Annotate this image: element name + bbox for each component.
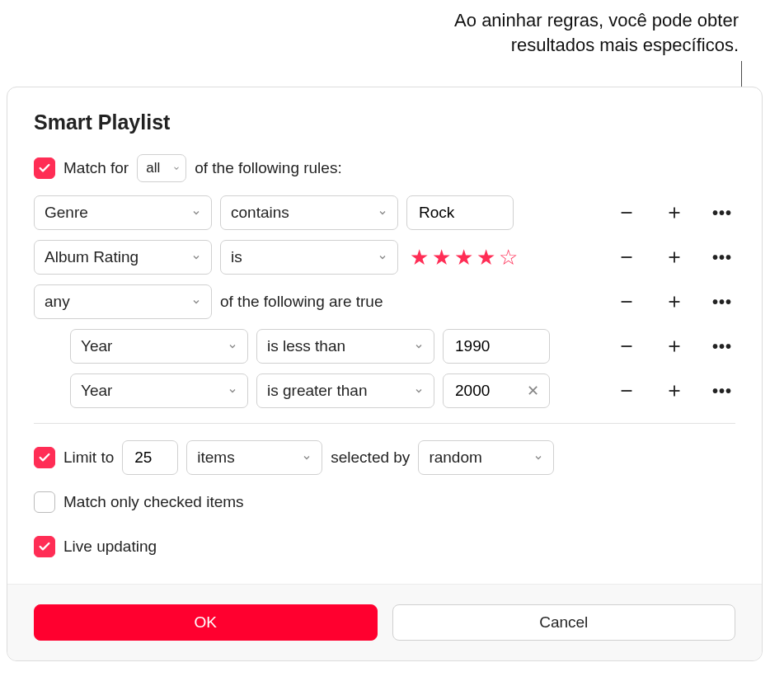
rule-field-value: Year [81,337,112,355]
rule-row: Genre contains ••• [34,195,735,230]
rule-op-select[interactable]: is greater than [256,373,434,408]
rule-more-button[interactable]: ••• [709,289,735,315]
dialog-title: Smart Playlist [34,110,735,134]
cancel-button[interactable]: Cancel [392,604,736,641]
rule-more-button[interactable]: ••• [709,333,735,359]
group-row: any of the following are true ••• [34,284,735,319]
limit-row: Limit to items selected by random [34,440,735,475]
star-empty-icon[interactable]: ☆ [499,245,518,270]
divider [34,423,735,424]
rule-row: Album Rating is ★ ★ ★ ★ ☆ ••• [34,240,735,275]
add-rule-button[interactable] [661,244,688,270]
limit-by-select[interactable]: random [418,440,554,475]
star-filled-icon[interactable]: ★ [477,245,495,270]
limit-unit-select[interactable]: items [186,440,322,475]
live-updating-row: Live updating [34,529,735,564]
rule-field-value: Year [81,382,112,400]
remove-rule-button[interactable] [613,378,640,404]
rule-op-value: is greater than [267,382,367,400]
rule-value-field[interactable] [453,336,539,356]
limit-count-field[interactable] [133,448,167,467]
rule-op-value: is less than [267,337,345,355]
limit-by-value: random [429,449,481,467]
star-filled-icon[interactable]: ★ [410,245,429,270]
add-rule-button[interactable] [661,333,688,359]
rule-field-select[interactable]: Year [70,329,248,364]
rule-value-input[interactable] [406,195,514,230]
callout-text: Ao aninhar regras, você pode obter resul… [454,8,739,57]
star-filled-icon[interactable]: ★ [454,245,473,270]
rule-field-select[interactable]: Year [70,373,248,408]
add-rule-button[interactable] [661,378,688,404]
rule-field-value: Album Rating [45,248,139,266]
limit-unit-value: items [197,449,234,467]
remove-rule-button[interactable] [613,289,640,315]
rating-stars[interactable]: ★ ★ ★ ★ ☆ [406,245,518,270]
rule-more-button[interactable]: ••• [709,244,735,270]
add-rule-button[interactable] [661,200,688,226]
nested-rule-row: Year is greater than ✕ ••• [70,373,735,408]
group-mode-select[interactable]: any [34,284,212,319]
limit-checkbox[interactable] [34,447,55,468]
live-updating-checkbox[interactable] [34,536,55,557]
live-updating-label: Live updating [63,538,157,556]
rule-op-select[interactable]: is [220,240,398,275]
match-only-checked-row: Match only checked items [34,485,735,519]
rule-field-value: Genre [45,204,88,222]
match-checkbox[interactable] [34,157,55,179]
match-prefix: Match for [63,159,129,177]
callout-line2: resultados mais específicos. [511,35,739,55]
remove-rule-button[interactable] [613,244,640,270]
callout-line1: Ao aninhar regras, você pode obter [454,10,739,31]
star-filled-icon[interactable]: ★ [432,245,451,270]
rule-op-value: contains [231,204,289,222]
rule-value-field[interactable] [453,381,527,401]
rule-op-select[interactable]: is less than [256,329,434,364]
group-mode-value: any [45,293,70,311]
clear-input-icon[interactable]: ✕ [527,382,539,400]
remove-rule-button[interactable] [613,200,640,226]
dialog-footer: OK Cancel [7,584,762,660]
match-only-checked-checkbox[interactable] [34,491,55,513]
rule-op-select[interactable]: contains [220,195,398,230]
group-suffix: of the following are true [220,293,383,311]
limit-by-label: selected by [331,449,410,467]
match-mode-select[interactable]: all [137,154,186,182]
limit-count-input[interactable] [122,440,178,475]
nested-rule-row: Year is less than ••• [70,329,735,364]
match-row: Match for all of the following rules: [34,151,735,186]
rule-more-button[interactable]: ••• [709,378,735,404]
match-mode-value: all [146,160,160,176]
rule-value-input[interactable]: ✕ [443,373,550,408]
match-only-checked-label: Match only checked items [63,493,244,511]
rule-field-select[interactable]: Album Rating [34,240,212,275]
rule-more-button[interactable]: ••• [709,200,735,226]
limit-prefix: Limit to [63,449,114,467]
add-rule-button[interactable] [661,289,688,315]
ok-button[interactable]: OK [34,604,378,641]
rule-op-value: is [231,248,242,266]
remove-rule-button[interactable] [613,333,640,359]
rule-value-input[interactable] [443,329,550,364]
match-suffix: of the following rules: [195,159,342,177]
rule-field-select[interactable]: Genre [34,195,212,230]
rule-value-field[interactable] [417,203,503,223]
smart-playlist-dialog: Smart Playlist Match for all of the foll… [7,87,763,661]
